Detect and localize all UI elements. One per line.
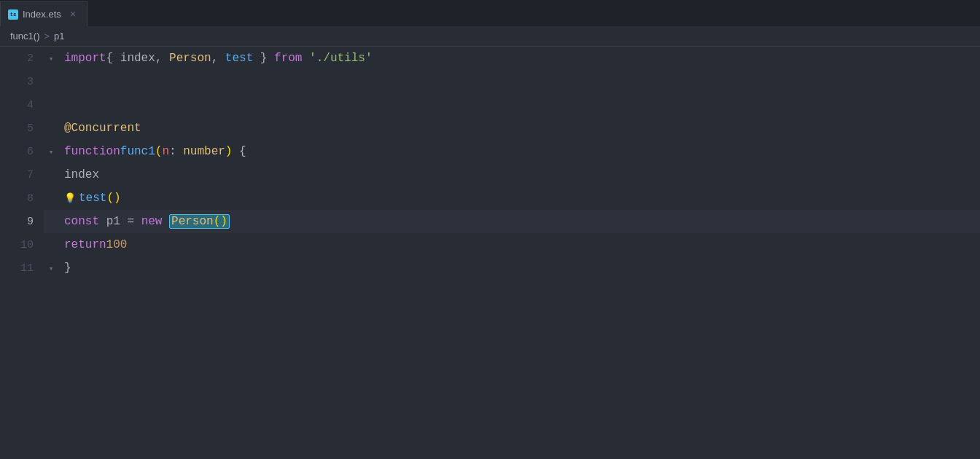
lightbulb-icon[interactable]: 💡 [64,192,76,204]
code-line-6: ▾function func1(n: number) { [44,140,980,163]
code-content-8: 💡test() [61,192,121,205]
fold-toggle-11[interactable]: ▾ [44,264,58,273]
code-line-4 [44,93,980,117]
line-number-5: 5 [0,117,44,140]
code-content-9: const p1 = new Person() [61,214,230,229]
fold-toggle-6[interactable]: ▾ [44,147,58,157]
code-line-3 [44,70,980,93]
fold-toggle-2[interactable]: ▾ [44,54,58,63]
tab-label: Index.ets [23,9,61,20]
line-number-9: 9 [0,210,44,233]
line-number-11: 11 [0,256,44,280]
code-content-6: function func1(n: number) { [61,145,246,158]
line-number-6: 6 [0,140,44,163]
code-line-7: index [44,163,980,187]
breadcrumb-func[interactable]: func1() [10,31,39,42]
code-editor[interactable]: ▾import { index, Person, test } from './… [44,47,980,459]
code-line-8: 💡test() [44,187,980,210]
code-line-11: ▾} [44,256,980,280]
tab-bar: ts Index.ets × [0,0,980,26]
line-number-2: 2 [0,47,44,70]
fold-icon-11[interactable]: ▾ [49,264,54,273]
code-line-10: return 100 [44,233,980,256]
fold-icon-6[interactable]: ▾ [49,147,54,157]
breadcrumb-separator: > [44,31,50,42]
tab-close-button[interactable]: × [70,9,76,20]
code-content-7: index [61,168,99,181]
file-tab[interactable]: ts Index.ets × [0,1,88,26]
code-content-2: import { index, Person, test } from './u… [61,52,373,65]
line-number-3: 3 [0,70,44,93]
editor: 234567891011 ▾import { index, Person, te… [0,47,980,459]
line-number-4: 4 [0,93,44,117]
line-number-7: 7 [0,163,44,187]
line-number-10: 10 [0,233,44,256]
breadcrumb: func1() > p1 [0,26,980,47]
cursor-selection: Person() [169,214,230,229]
code-content-5: @Concurrent [61,122,141,135]
code-content-11: } [61,262,71,275]
code-line-9: const p1 = new Person() [44,210,980,233]
breadcrumb-var[interactable]: p1 [54,31,64,42]
fold-icon-2[interactable]: ▾ [49,54,54,63]
code-line-5: @Concurrent [44,117,980,140]
line-number-gutter: 234567891011 [0,47,44,459]
code-content-10: return 100 [61,238,127,251]
file-type-icon: ts [8,9,18,20]
line-number-8: 8 [0,187,44,210]
code-line-2: ▾import { index, Person, test } from './… [44,47,980,70]
